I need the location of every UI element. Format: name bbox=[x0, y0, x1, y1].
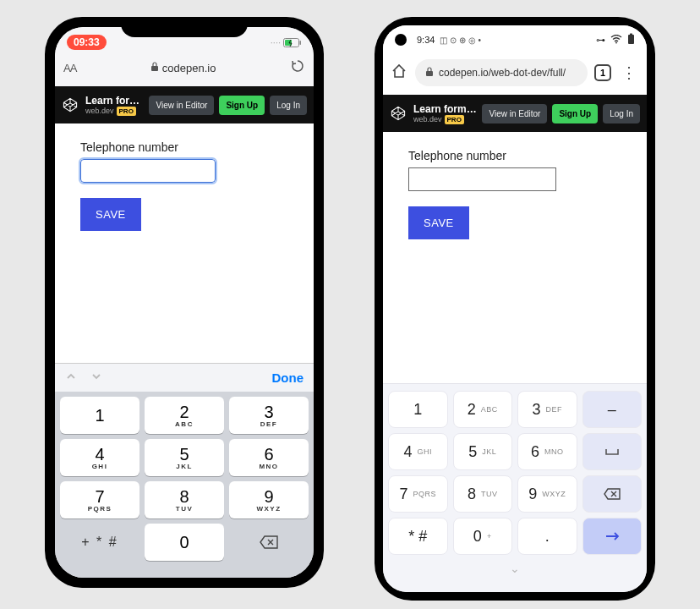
page-content: Telephone number SAVE bbox=[383, 132, 647, 383]
text-size-button[interactable]: AA bbox=[63, 62, 76, 74]
keypad-grid: 1 2ABC 3DEF – 4GHI 5JKL 6MNO 7PQRS 8TUV … bbox=[388, 391, 642, 555]
iphone-device: 09:33 ···· AA codepen.io bbox=[45, 17, 324, 588]
android-screen: 9:34 ◫ ⊙ ⊕ ◎ • ⊶ codepen.io bbox=[383, 25, 647, 592]
key-1[interactable]: 1 bbox=[60, 397, 139, 434]
key-1[interactable]: 1 bbox=[388, 391, 448, 428]
key-symbols[interactable]: + * # bbox=[60, 524, 139, 561]
telephone-input[interactable] bbox=[408, 167, 556, 191]
key-8[interactable]: 8TUV bbox=[453, 475, 513, 513]
key-4[interactable]: 4GHI bbox=[388, 433, 448, 470]
android-device: 9:34 ◫ ⊙ ⊕ ◎ • ⊶ codepen.io bbox=[375, 17, 655, 601]
keyboard-toolbar: Done bbox=[55, 363, 314, 392]
key-star-hash[interactable]: * # bbox=[388, 518, 448, 555]
pro-badge: PRO bbox=[117, 107, 136, 116]
view-in-editor-button[interactable]: View in Editor bbox=[482, 104, 547, 123]
lock-icon bbox=[150, 62, 159, 74]
url-pill[interactable]: codepen.io/web-dot-dev/full/ bbox=[415, 59, 588, 86]
pro-badge: PRO bbox=[445, 115, 464, 124]
chrome-url-bar: codepen.io/web-dot-dev/full/ 1 ⋮ bbox=[383, 54, 647, 95]
ios-time-pill: 09:33 bbox=[67, 35, 107, 50]
key-3[interactable]: 3DEF bbox=[517, 391, 577, 428]
key-backspace[interactable] bbox=[582, 475, 643, 513]
keyboard-done-button[interactable]: Done bbox=[272, 370, 304, 385]
svg-rect-5 bbox=[628, 35, 634, 44]
codepen-header: Learn forms – virt... web.dev PRO View i… bbox=[383, 95, 647, 132]
tab-count-button[interactable]: 1 bbox=[594, 64, 611, 81]
codepen-header: Learn forms – virt... web.dev PRO View i… bbox=[55, 86, 314, 123]
iphone-notch bbox=[121, 17, 248, 37]
url-text: codepen.io bbox=[162, 62, 216, 74]
key-backspace[interactable] bbox=[229, 524, 309, 561]
battery-icon: ···· bbox=[271, 37, 302, 47]
key-space[interactable] bbox=[582, 433, 643, 470]
view-in-editor-button[interactable]: View in Editor bbox=[149, 96, 214, 115]
notif-icons: ◫ ⊙ ⊕ ◎ • bbox=[440, 36, 481, 45]
key-9[interactable]: 9WXYZ bbox=[229, 481, 309, 518]
android-keyboard: 1 2ABC 3DEF – 4GHI 5JKL 6MNO 7PQRS 8TUV … bbox=[383, 383, 647, 592]
key-0[interactable]: 0 bbox=[145, 524, 224, 561]
telephone-input[interactable] bbox=[80, 159, 216, 183]
status-icons-right: ⊶ bbox=[596, 33, 635, 47]
url-text: codepen.io/web-dot-dev/full/ bbox=[439, 67, 566, 79]
battery-icon bbox=[627, 33, 635, 47]
menu-kebab-icon[interactable]: ⋮ bbox=[618, 63, 640, 82]
lock-icon bbox=[425, 67, 434, 80]
key-7[interactable]: 7PQRS bbox=[388, 475, 448, 513]
key-enter[interactable] bbox=[582, 518, 643, 555]
url-display[interactable]: codepen.io bbox=[85, 62, 282, 74]
key-7[interactable]: 7PQRS bbox=[60, 481, 139, 518]
save-button[interactable]: SAVE bbox=[408, 206, 469, 239]
next-field-icon[interactable] bbox=[90, 370, 102, 385]
key-6[interactable]: 6MNO bbox=[517, 433, 577, 470]
telephone-label: Telephone number bbox=[408, 149, 621, 162]
pen-author: web.dev bbox=[413, 115, 442, 123]
key-period[interactable]: . bbox=[517, 518, 577, 555]
key-6[interactable]: 6MNO bbox=[229, 439, 309, 476]
svg-rect-7 bbox=[426, 71, 433, 76]
svg-rect-3 bbox=[151, 66, 158, 71]
pen-title: Learn forms – virt... bbox=[413, 103, 477, 115]
iphone-screen: 09:33 ···· AA codepen.io bbox=[55, 27, 314, 578]
key-9[interactable]: 9WXYZ bbox=[517, 475, 577, 513]
android-time: 9:34 bbox=[417, 35, 435, 45]
keyboard-drag-handle-icon[interactable]: ⌄ bbox=[388, 555, 642, 575]
svg-rect-6 bbox=[630, 34, 632, 36]
svg-point-4 bbox=[615, 41, 617, 43]
login-button[interactable]: Log In bbox=[270, 96, 307, 115]
pen-title: Learn forms – virt... bbox=[85, 95, 144, 107]
key-8[interactable]: 8TUV bbox=[145, 481, 224, 518]
save-button[interactable]: SAVE bbox=[80, 198, 141, 231]
key-2[interactable]: 2ABC bbox=[145, 397, 224, 434]
telephone-label: Telephone number bbox=[80, 140, 288, 154]
page-content: Telephone number SAVE bbox=[55, 123, 314, 363]
keypad-grid: 1 2ABC 3DEF 4GHI 5JKL 6MNO 7PQRS 8TUV 9W… bbox=[55, 392, 314, 566]
svg-rect-2 bbox=[300, 41, 302, 45]
signup-button[interactable]: Sign Up bbox=[552, 104, 598, 123]
key-0[interactable]: 0+ bbox=[453, 518, 513, 555]
reload-icon[interactable] bbox=[290, 58, 305, 77]
home-icon[interactable] bbox=[390, 63, 408, 83]
key-5[interactable]: 5JKL bbox=[145, 439, 224, 476]
key-2[interactable]: 2ABC bbox=[453, 391, 513, 428]
key-dash[interactable]: – bbox=[582, 391, 643, 428]
key-5[interactable]: 5JKL bbox=[453, 433, 513, 470]
ios-keyboard: Done 1 2ABC 3DEF 4GHI 5JKL 6MNO 7PQRS 8T… bbox=[55, 363, 314, 578]
android-statusbar: 9:34 ◫ ⊙ ⊕ ◎ • ⊶ bbox=[383, 25, 647, 54]
login-button[interactable]: Log In bbox=[603, 104, 640, 123]
wifi-icon bbox=[610, 35, 622, 46]
pen-author: web.dev bbox=[85, 107, 114, 115]
vpn-icon: ⊶ bbox=[596, 35, 605, 46]
codepen-logo-icon bbox=[62, 96, 79, 113]
safari-url-bar: AA codepen.io bbox=[55, 52, 314, 86]
key-3[interactable]: 3DEF bbox=[229, 397, 309, 434]
prev-field-icon[interactable] bbox=[65, 370, 77, 385]
codepen-logo-icon bbox=[390, 105, 407, 122]
signup-button[interactable]: Sign Up bbox=[219, 96, 265, 115]
key-4[interactable]: 4GHI bbox=[60, 439, 139, 476]
camera-punch-hole bbox=[395, 34, 407, 46]
